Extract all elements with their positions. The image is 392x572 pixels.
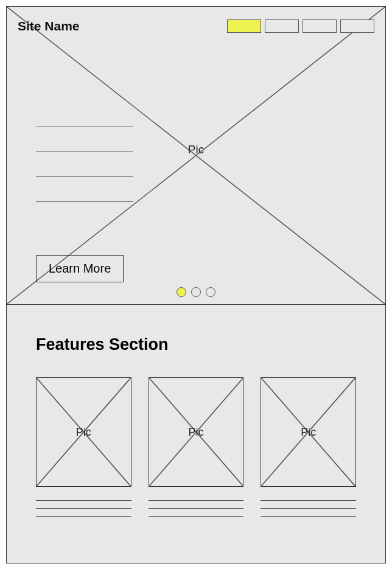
feature-image-placeholder: Pic [261,377,356,487]
feature-image-label: Pic [188,426,203,439]
text-line [149,508,244,509]
feature-card: Pic [261,377,356,524]
text-line [36,500,131,501]
text-line [36,508,131,509]
carousel-dot-1[interactable] [177,287,186,297]
text-line [36,127,133,127]
nav-item-1[interactable] [227,19,261,33]
text-line [36,176,133,177]
carousel-dot-2[interactable] [191,287,201,297]
text-line [149,516,244,517]
nav-item-3[interactable] [303,19,337,33]
hero-text-placeholder [36,127,133,226]
feature-card: Pic [149,377,244,524]
text-line [36,516,131,517]
text-line [261,516,356,517]
nav-item-4[interactable] [340,19,374,33]
feature-cards: Pic Pic [36,377,356,524]
feature-card: Pic [36,377,131,524]
text-line [36,201,133,202]
feature-image-placeholder: Pic [36,377,131,487]
nav-item-2[interactable] [265,19,299,33]
text-line [36,152,133,152]
features-section: Features Section Pic [7,305,385,563]
text-line [149,500,244,501]
carousel-dot-3[interactable] [206,287,215,297]
header: Site Name [7,7,385,33]
text-line [261,500,356,501]
hero-image-label: Pic [188,143,204,156]
feature-image-placeholder: Pic [149,377,244,487]
text-line [261,508,356,509]
site-name: Site Name [18,19,80,33]
hero-section: Site Name Pic Learn More [7,7,385,305]
learn-more-button[interactable]: Learn More [36,255,124,282]
page-wireframe: Site Name Pic Learn More Features Sectio… [6,6,386,563]
feature-image-label: Pic [76,426,91,439]
carousel-dots [177,287,215,297]
nav-menu [227,19,374,33]
feature-image-label: Pic [301,426,316,439]
features-heading: Features Section [36,335,356,354]
